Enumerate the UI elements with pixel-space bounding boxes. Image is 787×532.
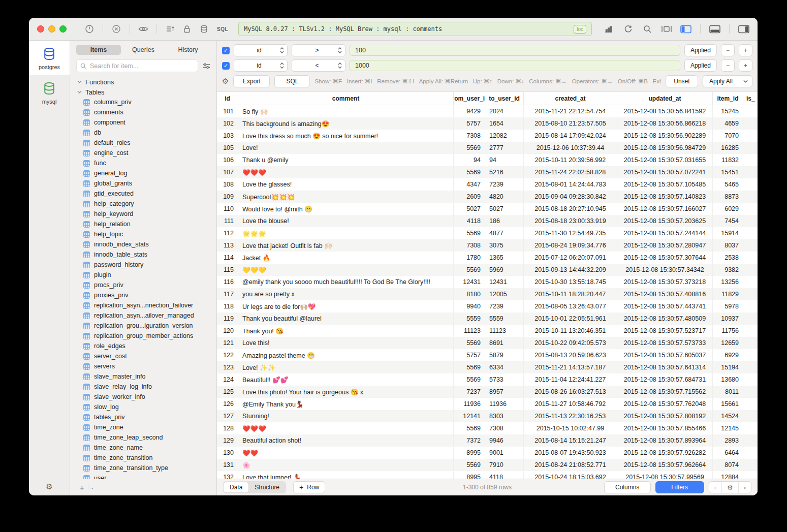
- cell-id[interactable]: 106: [217, 154, 238, 166]
- cell-comment[interactable]: Love this dress so much 😍 so nice for su…: [238, 130, 454, 142]
- table-row[interactable]: 103Love this dress so much 😍 so nice for…: [217, 130, 758, 142]
- cell-is[interactable]: [743, 337, 758, 349]
- cell-from-user-id[interactable]: 94: [454, 154, 485, 166]
- cell-id[interactable]: 121: [217, 337, 238, 349]
- close-window-button[interactable]: [37, 25, 44, 33]
- table-row[interactable]: 121Love this!556986912015-10-22 09:42:05…: [217, 337, 758, 349]
- settings-gear-icon[interactable]: ⚙: [29, 482, 70, 491]
- sidebar-table-item[interactable]: engine_cost: [83, 148, 216, 158]
- cell-comment[interactable]: Love the blouse!: [238, 215, 454, 227]
- cell-comment[interactable]: Love!: [238, 142, 454, 154]
- sidebar-table-item[interactable]: user: [83, 473, 216, 479]
- cell-to-user-id[interactable]: 1654: [485, 117, 524, 130]
- table-row[interactable]: 122Amazing pastel theme 😬575758792015-08…: [217, 349, 758, 361]
- cell-is[interactable]: [743, 447, 758, 459]
- minimize-window-button[interactable]: [48, 25, 55, 33]
- cell-id[interactable]: 115: [217, 264, 238, 276]
- cell-id[interactable]: 101: [217, 105, 238, 117]
- cell-to-user-id[interactable]: 12005: [485, 288, 524, 300]
- sidebar-table-item[interactable]: procs_priv: [83, 280, 216, 290]
- sidebar-table-item[interactable]: password_history: [83, 260, 216, 270]
- cell-comment[interactable]: So fly 🙌🏻: [238, 105, 454, 117]
- stats-chart-icon[interactable]: [603, 23, 614, 35]
- cell-is[interactable]: [743, 361, 758, 373]
- cell-comment[interactable]: Love this!: [238, 337, 454, 349]
- cell-created-at[interactable]: 2015-11-21 22:12:54.754: [524, 105, 617, 117]
- cell-from-user-id[interactable]: 7237: [454, 386, 485, 398]
- cell-created-at[interactable]: 2015-09-13 14:44:32.209: [524, 264, 617, 276]
- cell-item-id[interactable]: 7454: [713, 215, 743, 227]
- cell-id[interactable]: 129: [217, 434, 238, 447]
- cell-is[interactable]: [743, 325, 758, 337]
- cell-updated-at[interactable]: 2015-12-08 15:30:57.715562: [617, 386, 713, 398]
- cell-from-user-id[interactable]: 5559: [454, 312, 485, 325]
- sidebar-table-item[interactable]: innodb_table_stats: [83, 249, 216, 260]
- cell-to-user-id[interactable]: 4820: [485, 191, 524, 203]
- sidebar-table-item[interactable]: global_grants: [83, 178, 216, 189]
- sidebar-table-item[interactable]: component: [83, 117, 216, 128]
- cell-updated-at[interactable]: 2015-12-08 15:30:57.031655: [617, 154, 713, 166]
- table-row[interactable]: 108Love the glasses!434772392015-08-01 1…: [217, 178, 758, 191]
- cell-item-id[interactable]: 11832: [713, 154, 743, 166]
- cell-created-at[interactable]: 2015-08-18 23:00:33.919: [524, 215, 617, 227]
- cell-comment[interactable]: Amazing pastel theme 😬: [238, 349, 454, 361]
- cell-comment[interactable]: Ur legs are to die for🙌🏼💖: [238, 300, 454, 312]
- cell-created-at[interactable]: 2015-10-24 18:15:03.692: [524, 471, 617, 479]
- sidebar-table-item[interactable]: slave_relay_log_info: [83, 382, 216, 392]
- cell-item-id[interactable]: 15914: [713, 227, 743, 239]
- cell-created-at[interactable]: 2015-08-24 19:09:34.776: [524, 239, 617, 252]
- tab-queries[interactable]: Queries: [121, 45, 166, 55]
- cell-id[interactable]: 113: [217, 239, 238, 252]
- cell-is[interactable]: [743, 349, 758, 361]
- cell-created-at[interactable]: 2015-10-22 09:42:05.573: [524, 337, 617, 349]
- cell-id[interactable]: 110: [217, 203, 238, 215]
- cell-comment[interactable]: Beautiful action shot!: [238, 434, 454, 447]
- cell-is[interactable]: [743, 386, 758, 398]
- column-header-to-user-id[interactable]: to_user_id: [485, 92, 524, 105]
- next-page-icon[interactable]: ›: [738, 482, 751, 493]
- filter-operator-select[interactable]: >: [292, 44, 345, 56]
- cell-created-at[interactable]: 2015-11-24 22:02:58.828: [524, 166, 617, 178]
- sidebar-table-item[interactable]: time_zone: [83, 422, 216, 432]
- table-row[interactable]: 117you are so pretty x8180120052015-10-1…: [217, 288, 758, 300]
- sql-editor-icon[interactable]: SQL: [217, 26, 228, 32]
- cell-item-id[interactable]: 8074: [713, 459, 743, 471]
- cell-to-user-id[interactable]: 3075: [485, 239, 524, 252]
- cell-is[interactable]: [743, 215, 758, 227]
- sidebar-table-item[interactable]: tables_priv: [83, 412, 216, 422]
- filter-enabled-checkbox[interactable]: ✓: [222, 47, 230, 54]
- filter-column-select[interactable]: id: [234, 59, 288, 72]
- cell-comment[interactable]: 🌸: [238, 459, 454, 471]
- cell-updated-at[interactable]: 2015-12-08 15:30:56.902289: [617, 130, 713, 142]
- cell-created-at[interactable]: 2015-08-14 15:15:21.247: [524, 434, 617, 447]
- cell-is[interactable]: [743, 422, 758, 434]
- cell-to-user-id[interactable]: 8691: [485, 337, 524, 349]
- cell-item-id[interactable]: 5465: [713, 178, 743, 191]
- sidebar-table-item[interactable]: db: [83, 128, 216, 138]
- cell-updated-at[interactable]: 2015-12-08 15:30:57.072241: [617, 166, 713, 178]
- cell-updated-at[interactable]: 2015-12-08 15:30:57.244144: [617, 227, 713, 239]
- cell-from-user-id[interactable]: 5569: [454, 422, 485, 434]
- sidebar-table-item[interactable]: servers: [83, 361, 216, 371]
- cell-item-id[interactable]: 9382: [713, 264, 743, 276]
- cell-id[interactable]: 102: [217, 117, 238, 130]
- cell-comment[interactable]: Love! ✨✨: [238, 361, 454, 373]
- remove-filter-button[interactable]: −: [721, 59, 735, 72]
- cell-updated-at[interactable]: 2015-12-08 15:30:57.573733: [617, 337, 713, 349]
- cell-comment[interactable]: This background is amazing😍: [238, 117, 454, 130]
- cell-is[interactable]: [743, 191, 758, 203]
- cell-created-at[interactable]: 2015-08-01 14:24:44.783: [524, 178, 617, 191]
- zoom-window-button[interactable]: [59, 25, 67, 33]
- cell-item-id[interactable]: 5978: [713, 300, 743, 312]
- cell-to-user-id[interactable]: 12082: [485, 130, 524, 142]
- table-row[interactable]: 123Love! ✨✨556963342015-11-21 14:13:57.1…: [217, 361, 758, 373]
- table-row[interactable]: 126@Emily Thank you💃🏿11936119362015-11-2…: [217, 398, 758, 410]
- tab-items[interactable]: Items: [76, 45, 121, 55]
- cell-is[interactable]: [743, 117, 758, 130]
- cell-to-user-id[interactable]: 8303: [485, 410, 524, 422]
- sidebar-table-item[interactable]: general_log: [83, 168, 216, 178]
- export-button[interactable]: Export: [233, 75, 270, 87]
- table-row[interactable]: 109Supercool💥💥💥260948202015-09-04 09:28:…: [217, 191, 758, 203]
- table-row[interactable]: 106Thank u @emily94942015-10-11 20:39:56…: [217, 154, 758, 166]
- sidebar-table-item[interactable]: time_zone_transition_type: [83, 463, 216, 473]
